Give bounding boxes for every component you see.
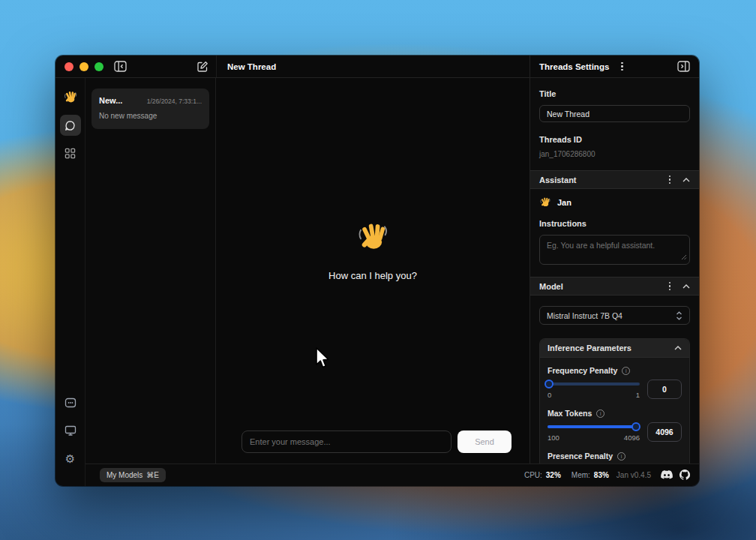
monitor-icon	[64, 424, 76, 436]
max-tokens-label: Max Tokens	[548, 409, 592, 418]
discord-icon[interactable]	[661, 470, 673, 481]
thread-title-input[interactable]	[539, 105, 690, 122]
close-window-button[interactable]	[64, 62, 74, 71]
cpu-value: 32%	[546, 471, 561, 479]
feedback-button[interactable]	[60, 392, 81, 413]
collapse-left-panel-icon[interactable]	[114, 61, 127, 72]
mem-label: Mem:	[572, 471, 590, 479]
settings-button[interactable]: ⚙	[60, 448, 81, 469]
max-tokens-value[interactable]: 4096	[647, 422, 682, 442]
max-tokens-slider[interactable]	[548, 425, 640, 428]
collapse-right-panel-icon[interactable]	[677, 61, 690, 72]
frequency-penalty-value[interactable]: 0	[647, 380, 682, 399]
desktop-wallpaper: New Thread Threads Settings	[0, 0, 756, 540]
my-models-shortcut: ⌘E	[146, 471, 159, 479]
inference-parameters-card: Inference Parameters Frequency Penalty i	[539, 338, 690, 464]
assistant-menu-icon[interactable]	[664, 174, 676, 186]
threads-settings-panel: Title Threads ID jan_1706286800 Assistan…	[530, 78, 699, 464]
assistant-collapse-chevron-up-icon[interactable]	[682, 178, 690, 182]
instructions-label: Instructions	[539, 219, 690, 228]
main-header: New Thread	[216, 56, 530, 77]
threads-id-value: jan_1706286800	[539, 150, 690, 158]
chat-threads-tab[interactable]	[60, 115, 81, 136]
threads-settings-title: Threads Settings	[539, 62, 609, 71]
message-dots-icon	[64, 397, 76, 409]
zoom-window-button[interactable]	[94, 62, 104, 71]
new-thread-icon[interactable]	[196, 61, 208, 73]
waving-hand-emoji	[356, 220, 390, 255]
model-collapse-chevron-up-icon[interactable]	[682, 284, 690, 289]
right-panel-header: Threads Settings	[530, 56, 699, 77]
max-tokens-param: Max Tokens i	[548, 409, 682, 442]
inference-parameters-header[interactable]: Inference Parameters	[540, 339, 689, 358]
title-label: Title	[539, 89, 690, 98]
model-section-header[interactable]: Model	[530, 277, 699, 296]
presence-penalty-label: Presence Penalty	[548, 452, 613, 460]
frequency-penalty-slider[interactable]	[548, 382, 640, 386]
slider-min: 100	[548, 434, 560, 442]
presence-penalty-param: Presence Penalty i	[548, 452, 682, 464]
resize-handle-icon[interactable]	[681, 253, 687, 262]
assistant-header-label: Assistant	[539, 176, 577, 184]
send-button[interactable]: Send	[458, 430, 512, 453]
instructions-placeholder: Eg. You are a helpful assistant.	[547, 241, 655, 250]
frequency-penalty-param: Frequency Penalty i	[548, 366, 682, 399]
assistant-section-header[interactable]: Assistant	[530, 170, 699, 189]
title-bar: New Thread Threads Settings	[56, 56, 699, 78]
github-icon[interactable]	[680, 470, 690, 482]
message-composer: Send	[216, 424, 530, 464]
my-models-button[interactable]: My Models ⌘E	[100, 468, 166, 482]
assistant-wave-icon[interactable]	[60, 87, 81, 108]
thread-list: New... 1/26/2024, 7:33:1... No new messa…	[86, 78, 216, 464]
selected-model-name: Mistral Instruct 7B Q4	[547, 311, 622, 320]
gear-icon: ⚙	[65, 453, 75, 464]
slider-max: 4096	[624, 434, 640, 442]
status-bar: My Models ⌘E CPU: 32% Mem: 83% Jan v0.4.…	[86, 464, 699, 486]
chat-main-area: How can I help you? Send	[216, 78, 530, 464]
frequency-penalty-label: Frequency Penalty	[548, 366, 617, 375]
minimize-window-button[interactable]	[80, 62, 88, 71]
select-updown-icon	[676, 311, 682, 320]
grid-apps-icon	[64, 148, 76, 159]
mem-value: 83%	[594, 471, 609, 479]
model-header-label: Model	[539, 282, 563, 291]
inference-parameters-label: Inference Parameters	[548, 344, 632, 352]
assistant-wave-emoji	[539, 196, 551, 208]
threads-id-label: Threads ID	[539, 135, 690, 144]
message-input[interactable]	[242, 430, 452, 453]
slider-thumb[interactable]	[544, 380, 554, 388]
thread-timestamp: 1/26/2024, 7:33:1...	[147, 98, 202, 105]
assistant-name: Jan	[557, 198, 572, 207]
slider-min: 0	[548, 391, 551, 399]
apps-tab[interactable]	[60, 142, 81, 164]
threads-settings-menu-icon[interactable]	[616, 61, 628, 73]
model-select-dropdown[interactable]: Mistral Instruct 7B Q4	[539, 306, 690, 325]
system-monitor-button[interactable]	[60, 420, 81, 441]
assistant-identity: Jan	[539, 196, 690, 208]
app-version: Jan v0.4.5	[616, 471, 651, 479]
thread-preview: No new message	[99, 112, 202, 120]
instructions-textarea[interactable]: Eg. You are a helpful assistant.	[539, 235, 690, 265]
page-title: New Thread	[227, 62, 276, 71]
info-icon[interactable]: i	[622, 367, 630, 375]
info-icon[interactable]: i	[617, 452, 626, 460]
model-menu-icon[interactable]	[664, 280, 676, 292]
my-models-label: My Models	[106, 471, 142, 479]
info-icon[interactable]: i	[596, 410, 604, 418]
titlebar-left-section	[56, 56, 216, 77]
slider-max: 1	[636, 391, 640, 399]
thread-list-item[interactable]: New... 1/26/2024, 7:33:1... No new messa…	[92, 88, 209, 129]
icon-rail: ⚙	[56, 78, 86, 486]
greeting-text: How can I help you?	[328, 270, 417, 281]
chat-bubble-icon	[64, 120, 76, 131]
thread-title: New...	[99, 96, 122, 105]
inference-collapse-chevron-up-icon[interactable]	[674, 346, 682, 350]
jan-app-window: New Thread Threads Settings	[56, 56, 699, 486]
traffic-lights	[64, 62, 104, 71]
cpu-label: CPU:	[524, 471, 542, 479]
slider-thumb[interactable]	[632, 422, 640, 431]
